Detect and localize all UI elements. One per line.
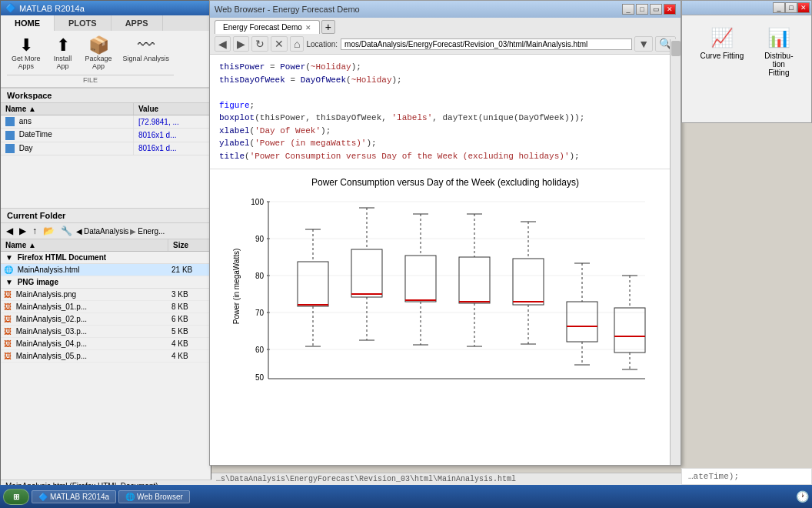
matlab-title: MATLAB R2014a	[19, 4, 85, 13]
stop-button[interactable]: ✕	[271, 36, 288, 52]
file-row-main-html[interactable]: 🌐 MainAnalysis.html 21 KB	[1, 264, 211, 276]
tab-apps[interactable]: APPS	[111, 15, 163, 31]
file-row-png-1[interactable]: 🖼 MainAnalysis_01.p... 8 KB	[1, 301, 211, 313]
package-app-label: PackageApp	[85, 55, 112, 70]
home-button[interactable]: ⌂	[290, 36, 304, 52]
file-name-cell: 🖼 MainAnalysis.png	[1, 289, 168, 300]
scrollbar-thumb[interactable]	[671, 41, 681, 56]
code-fn-power: Power	[280, 62, 305, 72]
restore-button[interactable]: ▭	[650, 4, 662, 15]
file-size-cell: 4 KB	[168, 350, 211, 362]
workspace-cell-name: DateTime	[1, 129, 134, 141]
close-button[interactable]: ✕	[664, 4, 676, 15]
titlebar-controls: _ □ ▭ ✕	[622, 4, 676, 15]
workspace-row-ans[interactable]: ans [72.9841, ...	[1, 115, 211, 129]
bottom-code-panel: …ateTime);	[681, 468, 812, 485]
curve-fitting-button[interactable]: 📈 Curve Fitting	[701, 27, 744, 77]
install-app-button[interactable]: ⬆ InstallApp	[47, 34, 79, 73]
new-tab-button[interactable]: +	[321, 20, 335, 34]
scrollbar-vertical[interactable]	[670, 39, 681, 465]
taskbar-btn-browser[interactable]: 🌐 Web Browser	[118, 490, 190, 503]
group-firefox[interactable]: ▼ Firefox HTML Document	[1, 252, 211, 264]
browse-button[interactable]: 📂	[41, 225, 57, 237]
distribution-fitting-button[interactable]: 📊 Distribu-tionFitting	[764, 27, 793, 77]
path-sep: ◀	[76, 227, 82, 236]
browser-title: Web Browser - Energy Forecast Demo	[215, 5, 360, 14]
forward-nav-button[interactable]: ▶	[233, 36, 249, 52]
y-label-50: 50	[255, 373, 265, 382]
ribbon-buttons: ⬇ Get MoreApps ⬆ InstallApp 📦 PackageApp…	[7, 34, 174, 73]
file-row-png-2[interactable]: 🖼 MainAnalysis_02.p... 6 KB	[1, 313, 211, 326]
workspace-cell-name: Day	[1, 142, 134, 155]
box-3	[405, 256, 436, 302]
file-size-cell: 4 KB	[168, 338, 211, 349]
matlab-taskbar-label: MATLAB R2014a	[50, 493, 109, 501]
package-app-button[interactable]: 📦 PackageApp	[81, 34, 117, 73]
workspace-cell-value: [72.9841, ...	[134, 116, 211, 128]
code-str-1: ~Holiday	[311, 62, 351, 72]
matlab-window: 🔷 MATLAB R2014a HOME PLOTS APPS ⬇ Get Mo…	[0, 0, 211, 493]
package-icon: 📦	[88, 37, 109, 54]
start-button[interactable]: ⊞	[3, 489, 29, 505]
folder-section: ▼ Firefox HTML Document 🌐 MainAnalysis.h…	[1, 252, 211, 413]
group-png[interactable]: ▼ PNG image	[1, 276, 211, 289]
tab-bar: Energy Forecast Demo ✕ +	[215, 20, 676, 34]
start-label: ⊞	[13, 493, 19, 501]
box-5	[513, 259, 544, 305]
get-more-apps-button[interactable]: ⬇ Get MoreApps	[7, 34, 45, 73]
browser-taskbar-icon: 🌐	[125, 493, 135, 501]
refresh-button[interactable]: ↻	[251, 36, 268, 52]
browser-tab-active[interactable]: Energy Forecast Demo ✕	[215, 20, 320, 34]
group-firefox-label: Firefox HTML Document	[18, 253, 106, 262]
box-4	[459, 257, 490, 303]
box-1	[298, 262, 328, 306]
get-more-apps-label: Get MoreApps	[12, 55, 41, 70]
go-button[interactable]: ▼	[634, 36, 653, 52]
install-app-label: InstallApp	[54, 55, 72, 70]
file-size-cell: 3 KB	[168, 289, 211, 300]
y-label-90: 90	[255, 235, 265, 243]
up-button[interactable]: ↑	[30, 225, 39, 237]
address-input[interactable]	[341, 38, 632, 50]
maximize-button[interactable]: □	[636, 4, 648, 15]
workspace-cell-name: ans	[1, 115, 134, 128]
right-panel-close[interactable]: ✕	[797, 2, 810, 13]
tab-close-icon[interactable]: ✕	[305, 24, 311, 32]
code-area: thisPower = Power(~Holiday); thisDayOfWe…	[210, 55, 681, 169]
signal-analysis-button[interactable]: 〰 Signal Analysis	[118, 34, 175, 73]
browser-taskbar-label: Web Browser	[137, 493, 183, 501]
code-str-ylabel: 'Power (in megaWatts)'	[255, 139, 366, 148]
png-file-icon: 🖼	[4, 352, 12, 360]
back-nav-button[interactable]: ◀	[215, 36, 231, 52]
file-row-png-3[interactable]: 🖼 MainAnalysis_03.p... 5 KB	[1, 326, 211, 338]
right-panel-content: 📈 Curve Fitting 📊 Distribu-tionFitting	[682, 15, 811, 89]
minimize-button[interactable]: _	[622, 4, 634, 15]
back-button[interactable]: ◀	[4, 225, 15, 237]
tab-home[interactable]: HOME	[1, 15, 55, 31]
workspace-cell-value: 8016x1 d...	[134, 142, 211, 154]
folder-options[interactable]: 🔧	[58, 225, 75, 237]
group-png-label: PNG image	[18, 278, 58, 286]
right-panel-min[interactable]: _	[773, 2, 785, 13]
folder-toolbar: ◀ ▶ ↑ 📂 🔧 ◀ DataAnalysis ▶ Energ...	[1, 223, 211, 239]
code-fn-title: title	[219, 152, 245, 161]
workspace-row-datetime[interactable]: DateTime 8016x1 d...	[1, 129, 211, 142]
variable-icon	[5, 131, 15, 140]
png-file-icon: 🖼	[4, 339, 12, 348]
tab-plots[interactable]: PLOTS	[55, 15, 111, 31]
code-fn-ylabel: ylabel	[219, 139, 250, 148]
tab-label: Energy Forecast Demo	[223, 23, 302, 32]
bottom-path: …s\DataAnalysis\EnergyForecast\Revision_…	[211, 473, 681, 485]
workspace-table-header: Name ▲ Value	[1, 103, 211, 115]
file-row-png-5[interactable]: 🖼 MainAnalysis_05.p... 4 KB	[1, 350, 211, 363]
file-size-cell: 6 KB	[168, 313, 211, 325]
forward-button[interactable]: ▶	[17, 225, 28, 237]
code-kw-figure: figure	[219, 101, 250, 110]
file-name-cell: 🖼 MainAnalysis_01.p...	[1, 301, 168, 312]
taskbar-btn-matlab[interactable]: 🔷 MATLAB R2014a	[32, 490, 116, 503]
right-panel-max[interactable]: □	[785, 2, 797, 13]
workspace-row-day[interactable]: Day 8016x1 d...	[1, 142, 211, 155]
file-row-png-0[interactable]: 🖼 MainAnalysis.png 3 KB	[1, 289, 211, 301]
file-row-png-4[interactable]: 🖼 MainAnalysis_04.p... 4 KB	[1, 338, 211, 350]
ribbon-content: ⬇ Get MoreApps ⬆ InstallApp 📦 PackageApp…	[1, 31, 211, 87]
